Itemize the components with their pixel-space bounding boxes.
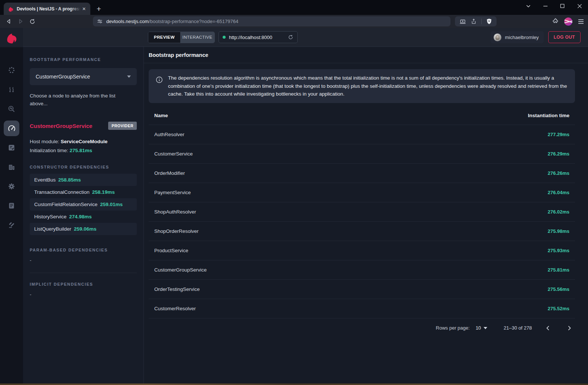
table-row[interactable]: CustomerGroupService275.81ms	[149, 260, 575, 280]
list-item[interactable]: HistoryService274.98ms	[30, 211, 137, 223]
graph-icon	[4, 62, 19, 78]
node-select-value: CustomerGroupService	[36, 74, 127, 80]
table-row[interactable]: ShopAuthResolver276.02ms	[149, 202, 575, 222]
maximize-icon[interactable]	[554, 0, 571, 12]
performance-icon	[4, 121, 19, 136]
building-icon	[4, 159, 19, 175]
chevron-down-icon	[127, 76, 131, 78]
info-icon	[156, 76, 163, 83]
new-tab-button[interactable]: +	[94, 4, 104, 14]
constructor-deps-list: EventBus258.85ms TransactionalConnection…	[30, 174, 137, 235]
checklist-icon	[4, 140, 19, 155]
performance-table: AuthResolver277.29ms CustomerService276.…	[149, 125, 575, 318]
column-instantiation-time: Instantiation time	[528, 113, 569, 118]
refresh-target-icon[interactable]	[288, 34, 294, 40]
list-item[interactable]: CustomFieldRelationService259.01ms	[30, 198, 137, 211]
view-mode-toggle: PREVIEW INTERACTIVE	[148, 32, 215, 43]
window-controls	[520, 0, 588, 12]
table-row[interactable]: AuthResolver277.29ms	[149, 125, 575, 144]
brave-shield-icon[interactable]	[486, 18, 492, 25]
back-icon[interactable]	[3, 16, 14, 27]
close-icon[interactable]	[571, 0, 588, 12]
sidebar-item-modules[interactable]	[0, 157, 23, 177]
table-row[interactable]: OrderModifier276.26ms	[149, 164, 575, 183]
desktop-wallpaper-edge	[0, 384, 588, 385]
sidebar-item-docs[interactable]	[0, 196, 23, 215]
nestjs-favicon-icon	[8, 6, 14, 12]
sidebar-item-performance[interactable]	[0, 119, 23, 138]
previous-page-icon[interactable]	[542, 323, 553, 334]
connection-status-dot	[223, 36, 226, 39]
document-icon	[4, 198, 19, 214]
next-page-icon[interactable]	[564, 323, 575, 334]
app-header: PREVIEW INTERACTIVE http://localhost:800…	[23, 28, 588, 47]
implicit-deps-title: IMPLICIT DEPENDENCIES	[30, 282, 137, 286]
sidebar-item-settings[interactable]	[0, 177, 23, 196]
logout-button[interactable]: LOG OUT	[548, 31, 581, 43]
interactive-tab[interactable]: INTERACTIVE	[180, 32, 214, 43]
user-chip[interactable]: michaelbromley	[491, 31, 543, 43]
tab-close-icon[interactable]: ✕	[81, 6, 87, 12]
chevron-down-icon	[484, 327, 487, 329]
rows-per-page-select[interactable]: 10	[476, 325, 487, 331]
tab-search-icon[interactable]	[520, 0, 537, 12]
url-bar[interactable]: devtools.nestjs.com/bootstrap-performanc…	[93, 16, 450, 26]
nestjs-logo-icon[interactable]	[0, 28, 23, 47]
selected-node-name: CustomerGroupService	[30, 123, 92, 129]
gavel-icon	[4, 217, 19, 233]
share-icon[interactable]	[471, 18, 477, 25]
sidebar-item-graph[interactable]	[0, 61, 23, 80]
target-url-field[interactable]: http://localhost:8000	[219, 31, 298, 43]
browser-profile-avatar[interactable]	[564, 17, 572, 26]
host-module-line: Host module: ServiceCoreModule	[30, 137, 137, 146]
browser-titlebar: Devtools | NestJS - A progressive ✕ +	[0, 0, 588, 15]
param-deps-title: PARAM-BASED DEPENDENCIES	[30, 248, 137, 252]
extensions-icon[interactable]	[552, 18, 559, 25]
info-banner: The dependencies resolution algorithm is…	[149, 69, 575, 103]
routes-icon	[4, 82, 19, 97]
table-row[interactable]: OrderTestingService275.56ms	[149, 280, 575, 299]
sidebar-item-gavel[interactable]	[0, 215, 23, 235]
devtools-app: PREVIEW INTERACTIVE http://localhost:800…	[0, 28, 588, 384]
table-row[interactable]: PaymentService276.04ms	[149, 183, 575, 202]
forward-icon[interactable]	[15, 16, 26, 27]
tab-title: Devtools | NestJS - A progressive	[17, 6, 81, 12]
list-item[interactable]: TransactionalConnection258.19ms	[30, 186, 137, 198]
pagination: Rows per page: 10 21–30 of 278	[149, 318, 575, 338]
constructor-deps-title: CONSTRUCTOR DEPENDENCIES	[30, 165, 137, 169]
sidebar-item-checklist[interactable]	[0, 138, 23, 157]
browser-navbar: devtools.nestjs.com/bootstrap-performanc…	[0, 15, 588, 28]
user-avatar	[494, 33, 501, 41]
pagination-range: 21–30 of 278	[504, 325, 532, 331]
table-header: Name Instantiation time	[149, 103, 575, 125]
table-row[interactable]: ShopOrderResolver275.98ms	[149, 222, 575, 241]
table-row[interactable]: CustomerResolver275.52ms	[149, 299, 575, 318]
list-item[interactable]: EventBus258.85ms	[30, 174, 137, 186]
list-item[interactable]: ListQueryBuilder259.06ms	[30, 223, 137, 235]
preview-tab[interactable]: PREVIEW	[148, 32, 180, 43]
browser-tab[interactable]: Devtools | NestJS - A progressive ✕	[4, 3, 90, 15]
app-icon-sidebar	[0, 28, 23, 384]
column-name: Name	[154, 113, 168, 118]
page-title: Bootstrap performance	[144, 47, 588, 63]
username: michaelbromley	[505, 35, 539, 40]
divider	[481, 19, 482, 24]
rows-per-page-label: Rows per page:	[436, 325, 470, 331]
table-row[interactable]: CustomerService276.29ms	[149, 144, 575, 164]
gear-icon	[4, 179, 19, 194]
implicit-deps-value: -	[30, 292, 137, 297]
minimize-icon[interactable]	[537, 0, 554, 12]
sidebar-item-inspect[interactable]	[0, 99, 23, 119]
inspect-icon	[4, 101, 19, 117]
target-url-text: http://localhost:8000	[229, 35, 284, 40]
reload-icon[interactable]	[27, 16, 38, 27]
table-row[interactable]: ProductService275.93ms	[149, 241, 575, 260]
panel-section-title: BOOTSTRAP PERFORMANCE	[30, 57, 137, 62]
node-select[interactable]: CustomerGroupService	[30, 68, 137, 85]
site-settings-icon[interactable]	[97, 18, 103, 25]
sidebar-item-routes[interactable]	[0, 80, 23, 99]
send-to-device-icon[interactable]	[459, 18, 466, 25]
provider-badge: PROVIDER	[108, 122, 137, 130]
menu-icon[interactable]	[578, 19, 584, 25]
main-content: Bootstrap performance The dependencies r…	[144, 47, 588, 384]
